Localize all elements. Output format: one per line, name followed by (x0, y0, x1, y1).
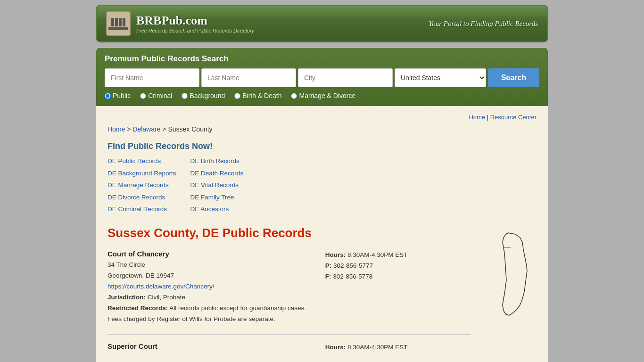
court-chancery-detail: Jurisdiction: Civil, Probate Restricted … (107, 292, 311, 325)
link-de-vital-records[interactable]: DE Vital Records (190, 180, 244, 190)
superior-hours-value: 8:30AM-4:30PM EST (347, 344, 408, 351)
court-chancery-left: Court of Chancery 34 The Circle Georgeto… (107, 250, 311, 325)
search-fields: United States Canada United Kingdom Aust… (105, 68, 539, 87)
address-line2: Georgetown, DE 19947 (107, 271, 311, 281)
home-link[interactable]: Home (469, 114, 485, 121)
record-links: DE Public Records DE Background Reports … (107, 156, 537, 214)
site-header: BRBPub.com Free Records Search and Publi… (96, 5, 548, 42)
restricted-line: Restricted Records: All records public e… (107, 303, 311, 314)
breadcrumb-county: Sussex County (168, 125, 212, 133)
radio-marriage-divorce[interactable]: Marriage & Divorce (291, 92, 355, 99)
search-heading: Premium Public Records Search (105, 54, 539, 64)
find-records-heading: Find Public Records Now! (107, 141, 537, 151)
link-de-death-records[interactable]: DE Death Records (190, 168, 244, 179)
link-de-divorce-records[interactable]: DE Divorce Records (107, 192, 176, 203)
address-line1: 34 The Circle (107, 260, 311, 271)
hours-label: Hours: (325, 251, 347, 258)
jurisdiction-value: Civil, Probate (148, 294, 185, 301)
radio-public[interactable]: Public (105, 92, 131, 99)
map-area (480, 226, 537, 362)
record-col-left: DE Public Records DE Background Reports … (107, 156, 176, 214)
fees-note: Fees charged by Register of Wills for Pr… (107, 314, 311, 325)
section-divider (107, 334, 471, 335)
fax-line: F: 302-856-5778 (325, 272, 471, 282)
resource-center-link[interactable]: Resource Center (490, 114, 537, 121)
page-content: Sussex County, DE Public Records Court o… (107, 226, 471, 362)
link-de-family-tree[interactable]: DE Family Tree (190, 192, 244, 203)
superior-hours-label: Hours: (325, 344, 347, 351)
link-de-criminal-records[interactable]: DE Criminal Records (107, 204, 176, 214)
superior-hours-detail: Hours: 8:30AM-4:30PM EST (325, 342, 471, 353)
country-select[interactable]: United States Canada United Kingdom Aust… (395, 68, 486, 87)
logo-area: BRBPub.com Free Records Search and Publi… (106, 11, 254, 36)
breadcrumb-home[interactable]: Home (107, 125, 125, 133)
superior-court-name: Superior Court (107, 342, 311, 350)
superior-hours-line: Hours: 8:30AM-4:30PM EST (325, 342, 471, 353)
phone-line: P: 302-856-5777 (325, 261, 471, 272)
phone-label: P: (325, 262, 333, 269)
jurisdiction-label: Jurisdiction: (107, 294, 146, 301)
website-line: https://courts.delaware.gov/Chancery/ (107, 281, 311, 292)
logo-text: BRBPub.com Free Records Search and Publi… (136, 14, 254, 33)
radio-birth-death[interactable]: Birth & Death (234, 92, 281, 99)
court-chancery: Court of Chancery 34 The Circle Georgeto… (107, 250, 471, 325)
breadcrumb-sep1: > (127, 125, 132, 133)
restricted-label: Restricted Records: (107, 304, 168, 312)
chancery-website-link[interactable]: https://courts.delaware.gov/Chancery/ (107, 283, 215, 290)
link-de-public-records[interactable]: DE Public Records (107, 156, 176, 166)
link-de-birth-records[interactable]: DE Birth Records (190, 156, 244, 166)
breadcrumb: Home > Delaware > Sussex County (107, 125, 537, 133)
restricted-value: All records public except for guardiansh… (169, 304, 306, 312)
search-section: Premium Public Records Search United Sta… (96, 48, 548, 106)
breadcrumb-sep2: > (162, 125, 168, 133)
site-subtitle: Free Records Search and Public Records D… (136, 28, 254, 33)
first-name-input[interactable] (105, 68, 199, 87)
hours-line: Hours: 8:30AM-4:30PM EST (325, 250, 471, 261)
superior-court-right: Hours: 8:30AM-4:30PM EST (325, 342, 471, 353)
site-tagline: Your Portal to Finding Public Records (429, 20, 538, 28)
county-title: Sussex County, DE Public Records (107, 226, 471, 240)
page-with-map: Sussex County, DE Public Records Court o… (107, 226, 537, 362)
main-container: Premium Public Records Search United Sta… (96, 47, 548, 362)
search-button[interactable]: Search (488, 68, 539, 87)
superior-court: Superior Court Hours: 8:30AM-4:30PM EST (107, 342, 471, 353)
court-chancery-name: Court of Chancery (107, 250, 311, 258)
court-chancery-right: Hours: 8:30AM-4:30PM EST P: 302-856-5777… (325, 250, 471, 325)
radio-criminal[interactable]: Criminal (140, 92, 172, 99)
radio-background[interactable]: Background (182, 92, 225, 99)
find-records: Find Public Records Now! DE Public Recor… (107, 141, 537, 214)
city-input[interactable] (298, 68, 393, 87)
fax-value: 302-856-5778 (333, 273, 372, 280)
court-hours-detail: Hours: 8:30AM-4:30PM EST P: 302-856-5777… (325, 250, 471, 282)
radio-group: Public Criminal Background Birth & Death… (105, 92, 539, 99)
last-name-input[interactable] (201, 68, 296, 87)
link-de-marriage-records[interactable]: DE Marriage Records (107, 180, 176, 190)
delaware-map (485, 230, 532, 325)
court-chancery-address: 34 The Circle Georgetown, DE 19947 https… (107, 260, 311, 292)
site-title: BRBPub.com (136, 14, 254, 28)
record-col-right: DE Birth Records DE Death Records DE Vit… (190, 156, 244, 214)
phone-value: 302-856-5777 (333, 262, 373, 269)
link-separator: | (487, 114, 490, 121)
link-de-background-reports[interactable]: DE Background Reports (107, 168, 176, 179)
breadcrumb-state[interactable]: Delaware (132, 125, 160, 133)
superior-court-section: Superior Court Hours: 8:30AM-4:30PM EST (107, 342, 471, 353)
jurisdiction-line: Jurisdiction: Civil, Probate (107, 292, 311, 303)
logo-icon (106, 11, 131, 36)
content-area: Home | Resource Center Home > Delaware >… (96, 106, 548, 362)
hours-value: 8:30AM-4:30PM EST (347, 251, 408, 258)
link-de-ancestors[interactable]: DE Ancestors (190, 204, 244, 214)
superior-court-left: Superior Court (107, 342, 311, 353)
top-links: Home | Resource Center (107, 114, 537, 121)
fax-label: F: (325, 273, 333, 280)
